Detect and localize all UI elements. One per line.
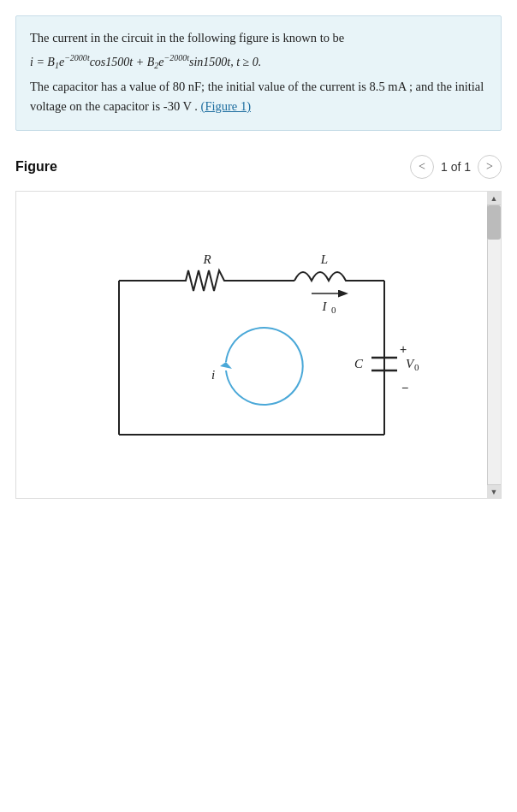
l-label: L — [320, 252, 328, 266]
next-button[interactable]: > — [478, 155, 502, 179]
circuit-svg: I 0 — [68, 212, 436, 477]
i-label: i — [211, 368, 215, 382]
i0-subscript: 0 — [331, 305, 336, 315]
main-container: The current in the circuit in the follow… — [0, 0, 517, 812]
svg-marker-11 — [220, 362, 232, 369]
minus-label: − — [401, 381, 408, 394]
figure-title: Figure — [15, 159, 57, 175]
figure-content: I 0 — [15, 191, 502, 499]
scroll-down-button[interactable]: ▼ — [487, 484, 501, 498]
problem-line3: The capacitor has a value of 80 nF; the … — [30, 77, 487, 116]
figure-link[interactable]: (Figure 1) — [201, 99, 251, 113]
prev-button[interactable]: < — [410, 155, 434, 179]
math-equation: i = B1e−2000tcos1500t + B2e−2000tsin1500… — [30, 51, 487, 73]
figure-nav: < 1 of 1 > — [410, 155, 502, 179]
scroll-thumb[interactable] — [487, 205, 501, 240]
problem-box: The current in the circuit in the follow… — [15, 15, 502, 131]
r-label: R — [202, 252, 211, 266]
c-label: C — [354, 357, 364, 370]
figure-section: Figure < 1 of 1 > — [15, 155, 502, 499]
scroll-up-button[interactable]: ▲ — [487, 192, 501, 205]
plus-label: + — [400, 342, 407, 356]
circuit-diagram: I 0 — [16, 212, 501, 477]
v0-subscript: 0 — [414, 362, 419, 372]
figure-header: Figure < 1 of 1 > — [15, 155, 502, 182]
i0-label: I — [322, 299, 328, 313]
scrollbar[interactable]: ▲ ▼ — [487, 192, 501, 498]
problem-line1: The current in the circuit in the follow… — [30, 28, 487, 48]
page-indicator: 1 of 1 — [441, 160, 471, 174]
